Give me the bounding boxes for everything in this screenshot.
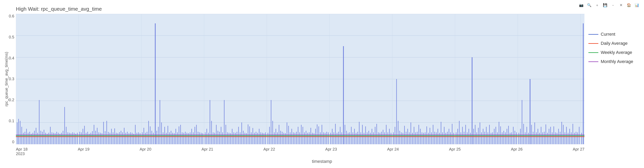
svg-rect-291 [452,124,452,144]
svg-rect-199 [304,132,305,144]
svg-rect-268 [415,132,416,144]
svg-rect-288 [447,132,448,144]
svg-rect-194 [296,132,297,144]
svg-rect-114 [168,126,168,144]
zoom-icon[interactable]: 🔍 [586,2,592,8]
svg-rect-46 [58,133,58,144]
x-tick: Apr 25 [449,147,461,156]
svg-rect-133 [198,132,198,144]
svg-rect-128 [190,132,190,144]
svg-rect-372 [583,23,584,144]
svg-rect-283 [439,133,440,144]
bar-chart-icon[interactable]: 📊 [634,2,640,8]
svg-rect-368 [576,132,576,144]
svg-rect-280 [434,132,435,144]
svg-rect-69 [95,131,96,144]
svg-rect-232 [357,132,358,144]
svg-rect-358 [560,132,560,144]
svg-rect-56 [74,133,74,144]
svg-rect-156 [235,133,236,144]
svg-rect-327 [510,133,510,144]
svg-rect-142 [213,132,214,144]
x-tick: Apr 18 2023 [16,147,28,156]
svg-rect-185 [282,132,282,144]
svg-rect-298 [464,132,464,144]
toolbar: 📷 🔍 ＋ 💾 － ✕ 🏠 📊 [578,2,640,8]
svg-rect-336 [525,132,526,144]
svg-rect-96 [138,132,139,144]
svg-rect-239 [368,131,369,144]
svg-rect-125 [185,132,186,144]
svg-rect-124 [184,133,184,144]
legend-line-daily [588,43,598,44]
svg-rect-264 [409,132,410,144]
svg-rect-148 [222,132,223,144]
home-icon[interactable]: 🏠 [626,2,632,8]
svg-rect-190 [290,132,290,144]
svg-rect-293 [456,132,456,144]
svg-rect-103 [150,126,150,144]
svg-rect-126 [186,133,187,144]
svg-rect-290 [450,132,451,144]
svg-rect-179 [272,121,273,144]
save-icon[interactable]: 💾 [602,2,608,8]
svg-rect-32 [36,128,36,144]
svg-rect-214 [328,132,328,144]
svg-rect-203 [310,128,311,144]
svg-rect-57 [76,134,76,144]
y-tick: 0.1 [9,119,14,123]
svg-rect-59 [80,132,80,144]
svg-rect-109 [160,100,160,144]
svg-rect-209 [320,132,320,144]
legend-item-monthly: Monthly Average [588,59,640,64]
svg-rect-98 [142,132,142,144]
svg-rect-308 [480,122,480,144]
svg-rect-80 [113,132,113,144]
svg-rect-238 [367,132,368,144]
legend-line-weekly [588,52,598,53]
svg-rect-254 [393,132,394,144]
svg-rect-285 [442,132,443,144]
svg-rect-220 [338,132,339,144]
plus-icon[interactable]: ＋ [594,2,600,8]
svg-rect-63 [86,133,86,144]
svg-rect-34 [39,100,40,144]
svg-rect-348 [544,132,544,144]
svg-rect-110 [161,122,162,144]
svg-rect-353 [552,132,552,144]
svg-rect-166 [251,132,252,144]
svg-rect-20 [17,122,18,144]
svg-rect-65 [89,134,90,144]
svg-rect-169 [256,132,256,144]
x-tick: Apr 23 [325,147,337,156]
svg-rect-244 [376,124,377,144]
legend-item-daily: Daily Average [588,41,640,46]
minus-icon[interactable]: － [610,2,616,8]
svg-rect-134 [199,132,200,144]
svg-rect-338 [528,133,529,144]
svg-rect-257 [398,121,398,144]
svg-rect-215 [330,133,331,144]
svg-rect-222 [342,132,342,144]
arrows-icon[interactable]: ✕ [618,2,624,8]
svg-rect-328 [512,132,512,144]
svg-rect-335 [523,124,524,144]
svg-rect-207 [317,124,318,144]
svg-rect-143 [214,133,215,144]
svg-rect-35 [40,131,41,144]
svg-rect-234 [360,132,361,144]
legend-label-daily: Daily Average [601,41,628,46]
svg-rect-95 [136,133,137,144]
svg-rect-115 [169,132,170,144]
svg-rect-76 [106,121,107,144]
svg-rect-40 [48,133,49,144]
y-tick: 0.3 [9,77,14,81]
legend-item-current: Current [588,32,640,37]
camera-icon[interactable]: 📷 [578,2,584,8]
svg-rect-74 [103,122,104,144]
svg-rect-307 [478,128,479,144]
svg-rect-231 [356,133,356,144]
svg-rect-259 [401,132,402,144]
svg-rect-77 [108,132,108,144]
svg-rect-141 [211,121,212,144]
